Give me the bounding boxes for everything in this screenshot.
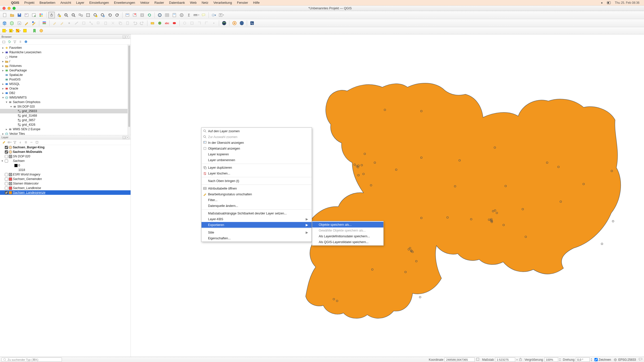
menu-bearbeiten[interactable]: Bearbeiten: [37, 1, 58, 5]
layers-expand-icon[interactable]: [24, 140, 28, 145]
menu-erweiterungen[interactable]: Erweiterungen: [111, 1, 138, 5]
layer-row[interactable]: Sachsen_Landkreise: [0, 186, 131, 190]
layer-visibility-checkbox[interactable]: [5, 191, 8, 194]
layer-row[interactable]: Sachsen_Landesgrenze: [0, 190, 131, 195]
coordinate-input[interactable]: 248588,5647365: [445, 357, 475, 362]
python-console-button[interactable]: Py: [249, 20, 255, 26]
context-menu-item[interactable]: Objektanzahl anzeigen: [202, 146, 312, 151]
measure-button[interactable]: ▾: [193, 12, 199, 18]
browser-item[interactable]: ▸Vector Tiles: [0, 131, 131, 135]
layer-row[interactable]: SN DOP 020: [0, 154, 131, 159]
menu-netz[interactable]: Netz: [199, 1, 211, 5]
pan-tool-button[interactable]: [48, 12, 55, 18]
context-menu-item[interactable]: Stile▶: [202, 230, 312, 235]
layers-tree[interactable]: Sachsen_Burger-KingSachsen McDonaldsSN D…: [0, 145, 131, 357]
context-menu-item[interactable]: Layer löschen...: [202, 170, 312, 176]
browser-item[interactable]: grid_4326: [0, 122, 131, 127]
redo-button[interactable]: [139, 20, 145, 26]
context-submenu-item[interactable]: Als Layerdefinitionsdatei speichern...: [312, 233, 383, 239]
context-menu-item[interactable]: In der Übersicht anzeigen: [202, 140, 312, 146]
browser-item[interactable]: PostGIS: [0, 77, 131, 82]
menubar-extra-icon[interactable]: ●: [599, 1, 605, 5]
layers-eye-icon[interactable]: ▾: [7, 140, 12, 145]
add-polygon-button[interactable]: [80, 20, 87, 26]
zoom-next-button[interactable]: [114, 12, 120, 18]
plugin-a-button[interactable]: [149, 20, 156, 26]
show-bookmarks-button[interactable]: [31, 28, 37, 34]
browser-add-icon[interactable]: [2, 39, 6, 44]
add-vector-layer-button[interactable]: [2, 20, 8, 26]
new-geopackage-button[interactable]: [9, 20, 15, 26]
menu-projekt[interactable]: Projekt: [22, 1, 37, 5]
context-menu-item[interactable]: Auf den Layer zoomen: [202, 128, 312, 134]
quickosm-button[interactable]: [221, 20, 227, 26]
browser-item[interactable]: ▸DB2: [0, 91, 131, 95]
context-submenu-item[interactable]: Objekte speichern als...: [312, 222, 383, 228]
layers-remove-icon[interactable]: [35, 140, 39, 145]
menu-hilfe[interactable]: Hilfe: [251, 1, 262, 5]
zoom-in-button[interactable]: [63, 12, 69, 18]
browser-item[interactable]: ▸/Volumes: [0, 64, 131, 68]
browser-item[interactable]: ▸GeoPackage: [0, 68, 131, 73]
paste-feature-button[interactable]: [124, 20, 131, 26]
zoom-last-button[interactable]: [107, 12, 113, 18]
context-menu-item[interactable]: Layer duplizieren: [202, 165, 312, 170]
browser-item[interactable]: ▸Räumliche Lesezeichen: [0, 50, 131, 55]
layer-row[interactable]: Sachsen McDonalds: [0, 150, 131, 154]
pencil-edit-button[interactable]: [51, 20, 58, 26]
browser-scrollbar[interactable]: [128, 44, 131, 135]
browser-item[interactable]: ▾SN DOP 020: [0, 104, 131, 109]
plugin-b-button[interactable]: [156, 20, 163, 26]
copy-feature-button[interactable]: [117, 20, 124, 26]
layer-row[interactable]: Stamen Watercolor: [0, 181, 131, 186]
browser-collapse-icon[interactable]: [18, 39, 23, 44]
browser-item[interactable]: Home: [0, 55, 131, 59]
context-menu-item[interactable]: Layer kopieren: [202, 151, 312, 157]
menu-layer[interactable]: Layer: [74, 1, 87, 5]
delete-feature-button[interactable]: [102, 20, 109, 26]
lock-scale-icon[interactable]: [519, 357, 522, 362]
add-line-button[interactable]: [73, 20, 80, 26]
layer-row[interactable]: ESRI World Imagery: [0, 172, 131, 177]
context-menu-item[interactable]: Attributtabelle öffnen: [202, 186, 312, 191]
style-manager-button[interactable]: [38, 12, 45, 18]
context-menu-item[interactable]: Maßstabsabhängige Sichtbarkeit des/der L…: [202, 210, 312, 216]
context-menu-item[interactable]: Nach Oben bringen (t): [202, 178, 312, 184]
context-menu-item[interactable]: Bearbeitungsstatus umschalten: [202, 191, 312, 197]
plugin-d-button[interactable]: [171, 20, 178, 26]
plugin-c-button[interactable]: abc: [164, 20, 170, 26]
menu-datenbank[interactable]: Datenbank: [167, 1, 187, 5]
layer-visibility-checkbox[interactable]: [5, 173, 8, 176]
browser-close-icon[interactable]: ×: [126, 35, 129, 38]
browser-filter-icon[interactable]: [13, 39, 17, 44]
layers-panel-header[interactable]: Layer ▢×: [0, 135, 131, 140]
browser-item[interactable]: ▾WMS/WMTS: [0, 95, 131, 100]
data-source-manager-button[interactable]: [41, 20, 48, 26]
map-tips-button[interactable]: [200, 12, 207, 18]
layers-undock-icon[interactable]: ▢: [123, 136, 126, 139]
snap-c-button[interactable]: [196, 20, 203, 26]
render-checkbox[interactable]: Zeichnen: [594, 358, 611, 361]
annotation-button[interactable]: ⓘ▾: [211, 12, 217, 18]
identify-button[interactable]: i: [156, 12, 163, 18]
layers-expr-icon[interactable]: ε: [18, 140, 23, 145]
browser-item[interactable]: ▾Sachsen Ortophotos: [0, 100, 131, 104]
context-menu-item[interactable]: Exportieren▶: [202, 222, 312, 228]
menu-verarbeitung[interactable]: Verarbeitung: [211, 1, 234, 5]
magnifier-input[interactable]: 100%: [544, 357, 558, 362]
menu-web[interactable]: Web: [187, 1, 199, 5]
layer-visibility-checkbox[interactable]: [5, 182, 8, 185]
render-checkbox-input[interactable]: [594, 358, 598, 361]
layer-visibility-checkbox[interactable]: [5, 150, 8, 154]
new-project-button[interactable]: [2, 12, 8, 18]
select-all-button[interactable]: [22, 28, 28, 34]
layers-filter-icon[interactable]: [13, 140, 17, 145]
browser-item[interactable]: grid_31468: [0, 113, 131, 118]
context-menu-item[interactable]: Filter...: [202, 197, 312, 203]
select-rect-button[interactable]: ▾: [2, 28, 8, 34]
snap-e-button[interactable]: [211, 20, 217, 26]
browser-undock-icon[interactable]: ▢: [123, 35, 126, 38]
messages-icon[interactable]: [638, 357, 642, 362]
snap-d-button[interactable]: [203, 20, 210, 26]
window-maximize-button[interactable]: [13, 7, 16, 10]
